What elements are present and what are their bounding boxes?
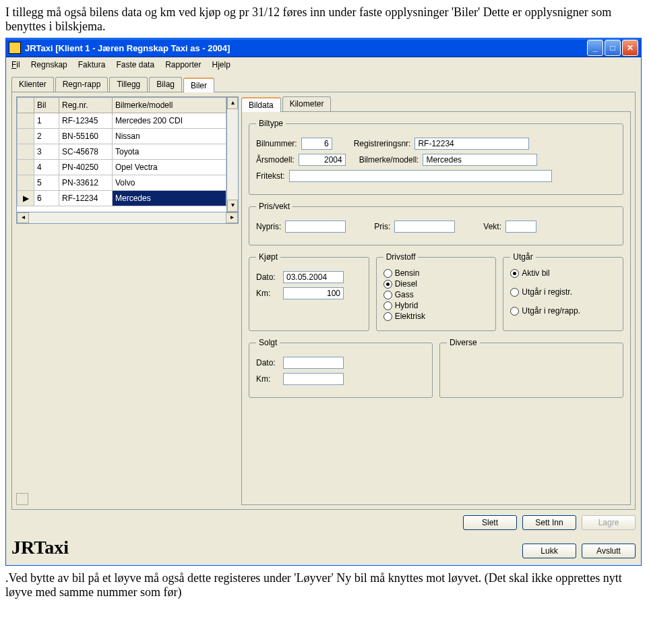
close-button[interactable]: ✕ — [622, 40, 638, 56]
titlebar[interactable]: JRTaxi [Klient 1 - Jæren Regnskap Taxi a… — [6, 38, 641, 57]
subtab-kilometer[interactable]: Kilometer — [282, 96, 332, 111]
sub-tabbar: Bildata Kilometer — [241, 96, 631, 111]
legend-biltype: Biltype — [256, 119, 286, 128]
group-drivstoff: Drivstoff Bensin Diesel Gass Hybrid Elek… — [376, 252, 497, 331]
maximize-button[interactable]: □ — [605, 40, 621, 56]
doc-text-below: .Ved bytte av bil på et løyve må også de… — [5, 571, 642, 599]
lbl-aarsmodell: Årsmodell: — [256, 155, 295, 165]
scroll-up-icon[interactable]: ▴ — [227, 97, 238, 109]
tab-regnrapp[interactable]: Regn-rapp — [55, 77, 109, 92]
avslutt-button[interactable]: Avslutt — [582, 544, 636, 558]
input-kjopt-km[interactable] — [283, 287, 344, 299]
settinn-button[interactable]: Sett Inn — [522, 515, 576, 530]
window-title: JRTaxi [Klient 1 - Jæren Regnskap Taxi a… — [25, 43, 587, 53]
group-biltype: Biltype Bilnummer: Registreringsnr: Årsm… — [249, 119, 623, 195]
menu-fil[interactable]: Fil — [11, 60, 20, 69]
right-panel: Bildata Kilometer Biltype Bilnummer: Reg… — [241, 96, 631, 505]
table-row[interactable]: 5PN-33612Volvo — [18, 175, 226, 191]
radio-gass[interactable]: Gass — [383, 290, 489, 299]
radio-aktiv[interactable]: Aktiv bil — [510, 268, 616, 278]
lbl-bilnummer: Bilnummer: — [256, 139, 297, 148]
slett-button[interactable]: Slett — [463, 515, 517, 530]
lagre-button[interactable]: Lagre — [582, 515, 636, 530]
subtab-bildata[interactable]: Bildata — [241, 97, 281, 112]
tab-biler[interactable]: Biler — [183, 78, 214, 92]
radio-hybrid[interactable]: Hybrid — [383, 301, 489, 310]
input-regnr[interactable] — [414, 138, 529, 150]
record-nav-icon[interactable] — [16, 493, 28, 505]
legend-kjopt: Kjøpt — [256, 252, 280, 262]
scroll-right-icon[interactable]: ▸ — [226, 212, 238, 223]
scroll-down-icon[interactable]: ▾ — [227, 200, 238, 212]
content-area: Bil Reg.nr. Bilmerke/modell 1RF-12345Mer… — [11, 92, 636, 510]
input-kjopt-dato[interactable] — [283, 271, 344, 283]
group-prisvekt: Pris/vekt Nypris: Pris: Vekt: — [249, 202, 623, 245]
doc-text-above: I tillegg må også bilens data og km ved … — [5, 5, 642, 34]
input-fritekst[interactable] — [289, 170, 552, 182]
lbl-vekt: Vekt: — [483, 222, 501, 231]
menu-regnskap[interactable]: Regnskap — [31, 60, 67, 69]
table-row[interactable]: 4PN-40250Opel Vectra — [18, 160, 226, 175]
lbl-pris: Pris: — [374, 222, 390, 231]
scroll-track-h[interactable] — [29, 212, 226, 223]
input-vekt[interactable] — [505, 221, 536, 233]
col-merke[interactable]: Bilmerke/modell — [113, 98, 226, 113]
bildata-panel: Biltype Bilnummer: Registreringsnr: Årsm… — [241, 111, 631, 505]
menu-faktura[interactable]: Faktura — [78, 60, 106, 69]
app-icon — [9, 42, 21, 54]
group-utgar: Utgår Aktiv bil Utgår i registr. Utgår i… — [503, 252, 623, 331]
radio-diesel[interactable]: Diesel — [383, 279, 489, 289]
menubar: Fil Regnskap Faktura Faste data Rapporte… — [6, 57, 641, 73]
radio-utgar-reg[interactable]: Utgår i registr. — [510, 287, 616, 297]
lbl-solgt-km: Km: — [256, 374, 279, 384]
legend-drivstoff: Drivstoff — [383, 252, 419, 262]
radio-utgar-rapp[interactable]: Utgår i reg/rapp. — [510, 306, 616, 316]
bottom-bar: JRTaxi Lukk Avslutt — [6, 534, 641, 565]
input-solgt-dato[interactable] — [283, 357, 344, 369]
lbl-kjopt-dato: Dato: — [256, 272, 279, 282]
legend-prisvekt: Pris/vekt — [256, 202, 292, 211]
grid-scrollbar-h[interactable]: ◂ ▸ — [16, 212, 239, 224]
menu-rapporter[interactable]: Rapporter — [165, 60, 201, 69]
grid-scrollbar-v[interactable]: ▴ ▾ — [227, 96, 239, 212]
grid-corner — [18, 98, 34, 113]
menu-fastedata[interactable]: Faste data — [116, 60, 154, 69]
table-row[interactable]: 1RF-12345Mercedes 200 CDI — [18, 113, 226, 129]
input-aarsmodell[interactable] — [299, 154, 346, 166]
car-grid[interactable]: Bil Reg.nr. Bilmerke/modell 1RF-12345Mer… — [16, 96, 227, 212]
table-row[interactable]: 3SC-45678Toyota — [18, 144, 226, 160]
input-nypris[interactable] — [285, 221, 346, 233]
logo-text: JRTaxi — [11, 537, 69, 558]
main-tabbar: Klienter Regn-rapp Tillegg Bilag Biler — [6, 73, 641, 92]
legend-solgt: Solgt — [256, 338, 280, 347]
input-merke[interactable] — [423, 154, 537, 166]
table-row-selected[interactable]: ▶6RF-12234Mercedes — [18, 191, 226, 206]
scroll-track[interactable] — [227, 109, 238, 200]
group-solgt: Solgt Dato: Km: — [249, 338, 433, 398]
lbl-kjopt-km: Km: — [256, 289, 279, 298]
input-bilnummer[interactable] — [301, 138, 332, 150]
input-solgt-km[interactable] — [283, 373, 344, 385]
left-panel: Bil Reg.nr. Bilmerke/modell 1RF-12345Mer… — [16, 96, 239, 505]
lbl-regnr: Registreringsnr: — [354, 139, 411, 148]
tab-tillegg[interactable]: Tillegg — [109, 77, 148, 92]
lukk-button[interactable]: Lukk — [522, 544, 576, 558]
lbl-fritekst: Fritekst: — [256, 171, 285, 181]
minimize-button[interactable]: _ — [587, 40, 603, 56]
input-pris[interactable] — [394, 221, 455, 233]
menu-hjelp[interactable]: Hjelp — [212, 60, 230, 69]
radio-bensin[interactable]: Bensin — [383, 268, 489, 278]
lbl-nypris: Nypris: — [256, 222, 281, 231]
group-kjopt: Kjøpt Dato: Km: — [249, 252, 369, 331]
scroll-left-icon[interactable]: ◂ — [17, 212, 29, 223]
lbl-solgt-dato: Dato: — [256, 358, 279, 368]
col-bil[interactable]: Bil — [34, 98, 59, 113]
lbl-merke: Bilmerke/modell: — [359, 155, 419, 165]
tab-bilag[interactable]: Bilag — [149, 77, 182, 92]
radio-elektrisk[interactable]: Elektrisk — [383, 312, 489, 321]
col-reg[interactable]: Reg.nr. — [59, 98, 113, 113]
tab-klienter[interactable]: Klienter — [11, 77, 54, 92]
table-row[interactable]: 2BN-55160Nissan — [18, 129, 226, 144]
app-window: JRTaxi [Klient 1 - Jæren Regnskap Taxi a… — [5, 38, 642, 566]
current-row-indicator: ▶ — [18, 191, 34, 206]
